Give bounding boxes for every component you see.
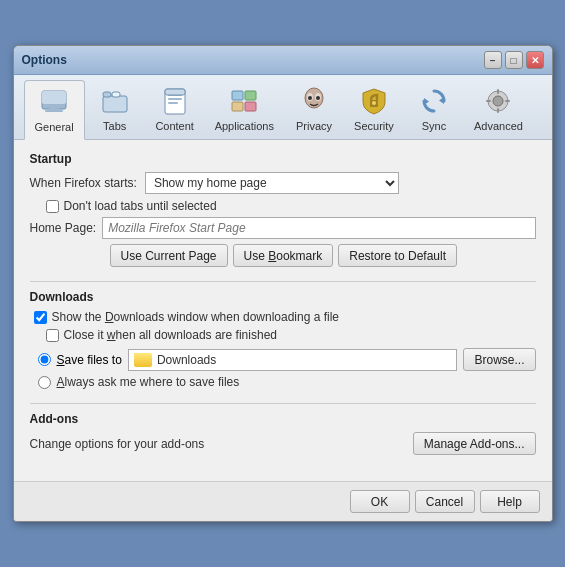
svg-rect-12 [232, 91, 243, 100]
close-it-row: Close it when all downloads are finished [46, 328, 536, 342]
svg-rect-3 [45, 110, 63, 112]
privacy-label: Privacy [296, 120, 332, 132]
use-bookmark-button[interactable]: Use Bookmark [233, 244, 334, 267]
toolbar-item-advanced[interactable]: Advanced [464, 80, 533, 139]
general-label: General [35, 121, 74, 133]
startup-section: Startup When Firefox starts: Show my hom… [30, 152, 536, 267]
content-icon [159, 85, 191, 117]
startup-section-label: Startup [30, 152, 536, 166]
svg-rect-27 [497, 89, 499, 94]
divider-2 [30, 403, 536, 404]
addons-section-label: Add-ons [30, 412, 536, 426]
advanced-label: Advanced [474, 120, 523, 132]
maximize-button[interactable]: □ [505, 51, 523, 69]
toolbar-item-security[interactable]: Security [344, 80, 404, 139]
downloads-section-label: Downloads [30, 290, 536, 304]
always-ask-row: Always ask me where to save files [38, 375, 536, 389]
svg-rect-9 [168, 98, 182, 100]
addons-desc: Change options for your add-ons [30, 437, 205, 451]
options-window: Options – □ ✕ General [13, 45, 553, 522]
always-ask-label: Always ask me where to save files [57, 375, 240, 389]
help-button[interactable]: Help [480, 490, 540, 513]
cancel-button[interactable]: Cancel [415, 490, 475, 513]
restore-default-button[interactable]: Restore to Default [338, 244, 457, 267]
svg-rect-4 [103, 96, 127, 112]
svg-rect-29 [486, 100, 491, 102]
homepage-buttons: Use Current Page Use Bookmark Restore to… [110, 244, 536, 267]
use-current-button[interactable]: Use Current Page [110, 244, 228, 267]
folder-icon [134, 353, 152, 367]
startup-row: When Firefox starts: Show my home page S… [30, 172, 536, 194]
close-it-label: Close it when all downloads are finished [64, 328, 277, 342]
toolbar-item-privacy[interactable]: Privacy [284, 80, 344, 139]
folder-name: Downloads [157, 353, 216, 367]
divider-1 [30, 281, 536, 282]
svg-rect-2 [49, 107, 59, 110]
svg-marker-24 [424, 98, 429, 105]
svg-rect-13 [245, 91, 256, 100]
svg-point-22 [372, 101, 376, 105]
addons-section: Add-ons Change options for your add-ons … [30, 412, 536, 455]
svg-rect-10 [168, 102, 178, 104]
main-content: Startup When Firefox starts: Show my hom… [14, 140, 552, 481]
close-it-checkbox[interactable] [46, 329, 59, 342]
close-button[interactable]: ✕ [526, 51, 544, 69]
addons-row: Change options for your add-ons Manage A… [30, 432, 536, 455]
tabs-label: Tabs [103, 120, 126, 132]
svg-point-26 [493, 96, 503, 106]
title-bar-controls: – □ ✕ [484, 51, 544, 69]
homepage-row: Home Page: [30, 217, 536, 239]
downloads-section: Downloads Show the Downloads window when… [30, 290, 536, 389]
applications-label: Applications [215, 120, 274, 132]
save-files-radio[interactable] [38, 353, 51, 366]
window-title: Options [22, 53, 67, 67]
content-label: Content [155, 120, 194, 132]
homepage-input[interactable] [102, 217, 535, 239]
svg-rect-28 [497, 108, 499, 113]
sync-icon [418, 85, 450, 117]
dont-load-checkbox[interactable] [46, 200, 59, 213]
always-ask-radio[interactable] [38, 376, 51, 389]
show-downloads-row: Show the Downloads window when downloadi… [34, 310, 536, 324]
general-icon [38, 86, 70, 118]
svg-rect-14 [232, 102, 243, 111]
tabs-icon [99, 85, 131, 117]
toolbar-item-applications[interactable]: Applications [205, 80, 284, 139]
startup-dropdown[interactable]: Show my home page Show a blank page Show… [145, 172, 399, 194]
title-bar: Options – □ ✕ [14, 46, 552, 75]
bottom-bar: OK Cancel Help [14, 481, 552, 521]
sync-label: Sync [422, 120, 446, 132]
toolbar-item-content[interactable]: Content [145, 80, 205, 139]
security-label: Security [354, 120, 394, 132]
svg-rect-30 [505, 100, 510, 102]
homepage-label: Home Page: [30, 221, 97, 235]
svg-rect-15 [245, 102, 256, 111]
privacy-icon [298, 85, 330, 117]
minimize-button[interactable]: – [484, 51, 502, 69]
toolbar-item-general[interactable]: General [24, 80, 85, 140]
browse-button[interactable]: Browse... [463, 348, 535, 371]
svg-rect-11 [165, 89, 185, 95]
svg-marker-23 [439, 97, 444, 104]
svg-point-19 [308, 96, 312, 100]
security-icon [358, 85, 390, 117]
toolbar-item-tabs[interactable]: Tabs [85, 80, 145, 139]
dont-load-label: Don't load tabs until selected [64, 199, 217, 213]
when-label: When Firefox starts: [30, 176, 137, 190]
save-files-label: Save files to [57, 353, 122, 367]
toolbar: General Tabs [14, 75, 552, 140]
advanced-icon [482, 85, 514, 117]
ok-button[interactable]: OK [350, 490, 410, 513]
svg-rect-5 [103, 92, 111, 97]
save-path-display: Downloads [128, 349, 458, 371]
manage-addons-button[interactable]: Manage Add-ons... [413, 432, 536, 455]
applications-icon [228, 85, 260, 117]
toolbar-item-sync[interactable]: Sync [404, 80, 464, 139]
save-files-row: Save files to Downloads Browse... [38, 348, 536, 371]
show-downloads-label: Show the Downloads window when downloadi… [52, 310, 340, 324]
svg-rect-6 [112, 92, 120, 97]
svg-point-20 [316, 96, 320, 100]
show-downloads-checkbox[interactable] [34, 311, 47, 324]
svg-rect-1 [42, 91, 66, 104]
dont-load-row: Don't load tabs until selected [46, 199, 536, 213]
